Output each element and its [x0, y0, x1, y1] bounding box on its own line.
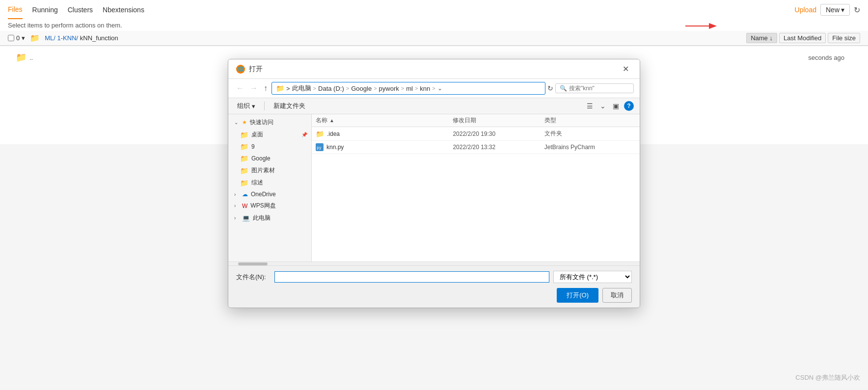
sidebar-quick-access-label: 快速访问	[250, 118, 273, 127]
sidebar-desktop-label: 桌面	[251, 130, 263, 139]
col-header-type[interactable]: 类型	[544, 116, 636, 125]
py-file-icon: py	[316, 143, 324, 151]
pin-icon-desktop: 📌	[301, 132, 307, 137]
footer-buttons: 打开(O) 取消	[236, 288, 632, 303]
dialog-close-button[interactable]: ✕	[620, 63, 632, 75]
file-type-idea: 文件夹	[544, 130, 636, 138]
file-open-dialog: 🌐 打开 ✕ ← → ↑ 📁 > 此电脑 > Data (D:) > Googl…	[228, 59, 640, 308]
filename-row: 文件名(N): 所有文件 (*.*)	[236, 271, 632, 283]
sidebar-quick-access[interactable]: ⌄ ★ 快速访问	[228, 116, 311, 129]
file-list-header: 名称 ▲ 修改日期 类型	[312, 114, 640, 127]
path-folder-icon: 📁	[276, 84, 284, 92]
sidebar-wps-label: WPS网盘	[250, 202, 275, 210]
dialog-sidebar: ⌄ ★ 快速访问 📁 桌面 📌 📁 9 📁 Goo	[228, 114, 312, 261]
horizontal-scrollbar[interactable]	[228, 261, 640, 265]
dialog-nav: ← → ↑ 📁 > 此电脑 > Data (D:) > Google > pyw…	[228, 79, 640, 98]
folder-icon-idea: 📁	[316, 130, 324, 138]
folder-icon-9: 📁	[240, 143, 248, 151]
open-button[interactable]: 打开(O)	[557, 288, 598, 303]
wps-icon: W	[242, 203, 247, 209]
path-dropdown-button[interactable]: ⌄	[437, 85, 442, 92]
scrollbar-thumb[interactable]	[238, 262, 268, 265]
sidebar-onedrive[interactable]: › ☁ OneDrive	[228, 189, 311, 200]
sidebar-summary[interactable]: 📁 综述	[228, 177, 311, 189]
search-input[interactable]	[569, 85, 628, 92]
col-header-name[interactable]: 名称 ▲	[316, 116, 453, 125]
svg-text:py: py	[317, 146, 322, 150]
folder-icon-images: 📁	[240, 167, 248, 175]
back-button[interactable]: ←	[234, 83, 246, 94]
new-folder-button[interactable]: 新建文件夹	[271, 101, 308, 111]
star-icon: ★	[242, 119, 247, 126]
cancel-button[interactable]: 取消	[602, 288, 632, 303]
file-type-knnpy: JetBrains PyCharm	[544, 144, 636, 151]
dialog-toolbar-right: ☰ ⌄ ▣ ?	[585, 101, 634, 111]
dialog-title-icon: 🌐	[236, 65, 245, 74]
file-row-idea[interactable]: 📁 .idea 2022/2/20 19:30 文件夹	[312, 127, 640, 141]
dialog-title-text: 打开	[249, 65, 263, 74]
sidebar-desktop[interactable]: 📁 桌面 📌	[228, 129, 311, 141]
dialog-footer: 文件名(N): 所有文件 (*.*) 打开(O) 取消	[228, 265, 640, 308]
sidebar-images-label: 图片素材	[251, 166, 275, 175]
file-name-idea: 📁 .idea	[316, 130, 453, 138]
path-refresh-button[interactable]: ↻	[547, 84, 553, 92]
view-dropdown-button[interactable]: ⌄	[598, 101, 608, 111]
file-row-knnpy[interactable]: py knn.py 2022/2/20 13:32 JetBrains PyCh…	[312, 141, 640, 154]
view-list-button[interactable]: ☰	[585, 101, 595, 111]
folder-icon-summary: 📁	[240, 179, 248, 187]
up-button[interactable]: ↑	[262, 83, 270, 94]
sidebar-mypc[interactable]: › 💻 此电脑	[228, 212, 311, 224]
cloud-icon-onedrive: ☁	[242, 191, 248, 198]
dialog-overlay: 🌐 打开 ✕ ← → ↑ 📁 > 此电脑 > Data (D:) > Googl…	[0, 0, 868, 390]
forward-button[interactable]: →	[248, 83, 260, 94]
view-details-button[interactable]: ▣	[611, 101, 621, 111]
sidebar-9-label: 9	[251, 143, 255, 150]
sidebar-wps[interactable]: › W WPS网盘	[228, 200, 311, 212]
sidebar-mypc-label: 此电脑	[253, 214, 271, 222]
sidebar-9[interactable]: 📁 9	[228, 141, 311, 153]
dialog-title: 🌐 打开	[236, 65, 263, 74]
help-button[interactable]: ?	[624, 101, 634, 111]
sidebar-onedrive-label: OneDrive	[251, 191, 276, 198]
sidebar-images[interactable]: 📁 图片素材	[228, 164, 311, 177]
search-box: 🔍	[555, 83, 634, 93]
toolbar-separator	[264, 102, 265, 110]
dialog-file-list: 名称 ▲ 修改日期 类型 📁 .idea 2022/2/20 19:30 文件夹	[312, 114, 640, 261]
col-header-date[interactable]: 修改日期	[453, 116, 544, 125]
path-bar[interactable]: 📁 > 此电脑 > Data (D:) > Google > pywork > …	[271, 82, 545, 95]
sidebar-summary-label: 综述	[251, 179, 263, 187]
filename-label: 文件名(N):	[236, 273, 271, 282]
computer-icon: 💻	[242, 214, 250, 222]
folder-icon-desktop: 📁	[240, 131, 248, 139]
dialog-titlebar: 🌐 打开 ✕	[228, 59, 640, 79]
dialog-toolbar: 组织 ▾ 新建文件夹 ☰ ⌄ ▣ ?	[228, 98, 640, 114]
sidebar-google[interactable]: 📁 Google	[228, 153, 311, 164]
filename-input[interactable]	[274, 271, 549, 283]
file-date-idea: 2022/2/20 19:30	[453, 130, 544, 137]
file-name-knnpy: py knn.py	[316, 143, 453, 151]
organize-button[interactable]: 组织 ▾	[234, 101, 258, 111]
sidebar-google-label: Google	[251, 155, 271, 162]
folder-icon-google: 📁	[240, 155, 248, 162]
search-icon: 🔍	[560, 85, 567, 92]
dialog-body: ⌄ ★ 快速访问 📁 桌面 📌 📁 9 📁 Goo	[228, 114, 640, 261]
file-date-knnpy: 2022/2/20 13:32	[453, 144, 544, 151]
filetype-select[interactable]: 所有文件 (*.*)	[553, 271, 632, 283]
